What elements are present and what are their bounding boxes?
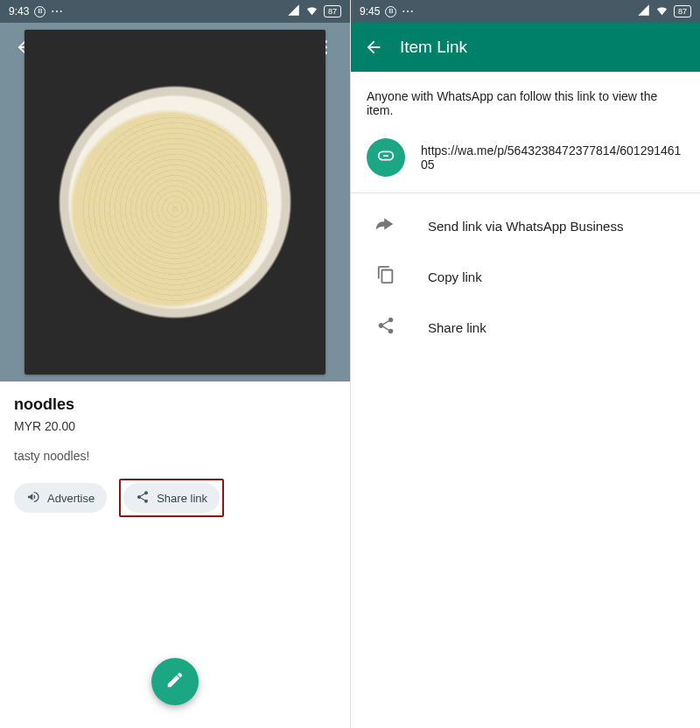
signal-icon (637, 4, 650, 19)
advertise-label: Advertise (47, 492, 94, 505)
item-details: noodles MYR 20.00 tasty noodles! Adverti… (0, 382, 350, 531)
wifi-icon (305, 4, 318, 19)
item-description: tasty noodles! (14, 449, 336, 463)
option-share-link[interactable]: Share link (367, 302, 684, 353)
signal-icon (287, 4, 300, 19)
megaphone-icon (26, 490, 40, 507)
status-more-icon (51, 4, 63, 18)
item-title: noodles (14, 396, 336, 414)
link-row[interactable]: https://wa.me/p/5643238472377814/6012914… (367, 138, 684, 177)
edit-fab[interactable] (151, 658, 199, 705)
link-url: https://wa.me/p/5643238472377814/6012914… (421, 144, 684, 172)
link-icon (376, 146, 396, 169)
pencil-icon (165, 670, 185, 693)
share-icon (136, 490, 150, 507)
share-link-label: Share link (157, 492, 207, 505)
option-label: Copy link (428, 270, 482, 284)
forward-icon (376, 214, 396, 237)
status-time: 9:45 (360, 5, 380, 18)
status-more-icon (402, 4, 414, 18)
status-badge-b: B (34, 6, 46, 18)
share-link-button[interactable]: Share link (123, 483, 220, 513)
status-bar: 9:45 B 87 (351, 0, 700, 23)
advertise-button[interactable]: Advertise (14, 483, 107, 513)
copy-icon (376, 265, 396, 288)
appbar-title: Item Link (400, 38, 467, 57)
status-badge-b: B (385, 6, 396, 18)
battery-indicator: 87 (674, 5, 691, 18)
option-label: Send link via WhatsApp Business (428, 219, 623, 234)
item-image (24, 30, 326, 374)
back-button[interactable] (356, 30, 391, 65)
item-price: MYR 20.00 (14, 419, 336, 433)
link-circle (367, 138, 405, 177)
action-chips: Advertise Share link (14, 479, 336, 517)
screen-item-link: 9:45 B 87 Item Link Anyone with WhatsApp… (350, 0, 700, 728)
share-icon (376, 316, 396, 339)
screen-item-detail: 9:43 B 87 noodles MYR 20.00 ta (0, 0, 350, 728)
content: Anyone with WhatsApp can follow this lin… (351, 72, 700, 353)
option-send-whatsapp[interactable]: Send link via WhatsApp Business (367, 200, 684, 251)
link-description: Anyone with WhatsApp can follow this lin… (367, 89, 684, 117)
item-hero (0, 23, 350, 382)
status-bar: 9:43 B 87 (0, 0, 350, 23)
battery-indicator: 87 (324, 5, 341, 18)
wifi-icon (655, 4, 668, 19)
divider (351, 192, 700, 193)
share-link-highlight: Share link (119, 479, 224, 517)
option-copy-link[interactable]: Copy link (367, 251, 684, 302)
option-label: Share link (428, 320, 486, 335)
appbar: Item Link (351, 23, 700, 72)
status-time: 9:43 (9, 5, 29, 18)
